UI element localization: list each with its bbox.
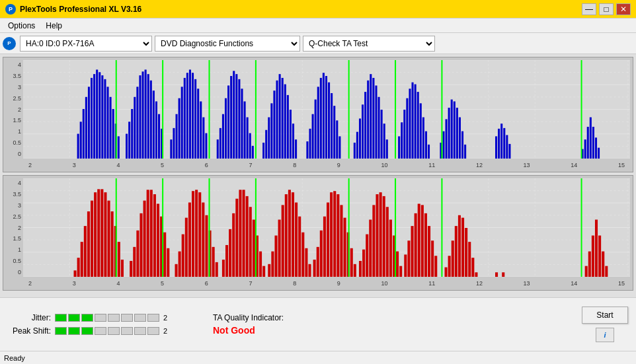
svg-rect-265 <box>350 248 353 277</box>
menu-help[interactable]: Help <box>40 20 67 32</box>
svg-rect-228 <box>225 245 228 277</box>
svg-rect-39 <box>126 134 128 159</box>
svg-rect-111 <box>354 143 356 159</box>
svg-rect-245 <box>282 205 284 277</box>
top-chart-x-axis: 2 3 4 5 6 7 8 9 10 11 12 13 14 15 <box>23 159 630 172</box>
svg-rect-197 <box>118 242 120 277</box>
svg-rect-202 <box>136 231 139 277</box>
charts-area: 4 3.5 3 2.5 2 1.5 1 0.5 0 <box>0 54 636 297</box>
svg-rect-28 <box>93 74 95 159</box>
svg-rect-206 <box>150 190 153 277</box>
svg-rect-113 <box>359 118 361 159</box>
bottom-chart-svg <box>23 178 630 277</box>
svg-rect-120 <box>378 97 380 159</box>
svg-rect-253 <box>308 264 311 277</box>
svg-rect-268 <box>359 261 362 277</box>
svg-rect-33 <box>106 87 108 159</box>
drive-select[interactable]: HA:0 ID:0 PX-716A <box>20 36 152 52</box>
title-bar: P PlexTools Professional XL V3.16 — □ ✕ <box>0 0 636 18</box>
svg-rect-290 <box>434 256 437 277</box>
svg-rect-285 <box>418 203 420 277</box>
svg-rect-297 <box>461 218 464 277</box>
svg-rect-200 <box>130 261 132 277</box>
svg-rect-256 <box>320 231 323 277</box>
svg-rect-121 <box>381 110 383 159</box>
svg-rect-49 <box>153 91 155 159</box>
svg-rect-270 <box>366 235 368 277</box>
svg-rect-145 <box>461 131 463 159</box>
svg-rect-37 <box>118 136 120 159</box>
svg-rect-280 <box>399 266 402 277</box>
close-button[interactable]: ✕ <box>616 3 631 15</box>
menu-options[interactable]: Options <box>3 20 40 32</box>
svg-rect-210 <box>163 233 166 277</box>
svg-rect-218 <box>192 191 194 277</box>
function-select[interactable]: DVD Diagnostic Functions <box>155 36 300 52</box>
svg-rect-70 <box>219 128 221 159</box>
svg-rect-310 <box>602 252 604 277</box>
peakshift-label: Peak Shift: <box>8 326 51 336</box>
svg-rect-190 <box>94 192 97 277</box>
svg-rect-86 <box>268 118 270 159</box>
svg-rect-288 <box>428 226 430 277</box>
test-select[interactable]: Q-Check TA Test <box>303 36 435 52</box>
svg-rect-88 <box>273 91 275 159</box>
svg-rect-269 <box>362 250 365 277</box>
svg-rect-131 <box>417 92 419 159</box>
svg-rect-160 <box>598 148 600 159</box>
svg-rect-64 <box>197 89 199 159</box>
svg-rect-90 <box>279 74 281 159</box>
svg-rect-135 <box>428 145 430 159</box>
minimize-button[interactable]: — <box>582 3 596 15</box>
svg-rect-191 <box>97 189 100 277</box>
svg-rect-282 <box>407 240 410 277</box>
svg-rect-125 <box>401 122 403 159</box>
svg-rect-304 <box>502 272 504 277</box>
svg-rect-258 <box>327 203 329 277</box>
svg-rect-279 <box>396 252 399 277</box>
svg-rect-82 <box>252 146 254 159</box>
top-chart-inner <box>23 60 630 159</box>
svg-rect-102 <box>320 78 322 159</box>
svg-rect-32 <box>104 79 106 159</box>
svg-rect-139 <box>446 119 448 159</box>
svg-rect-294 <box>452 240 454 277</box>
svg-rect-140 <box>448 108 450 159</box>
svg-rect-271 <box>369 219 372 277</box>
peakshift-seg-3 <box>81 327 93 335</box>
jitter-row: Jitter: 2 <box>8 313 193 322</box>
svg-rect-221 <box>202 203 204 277</box>
status-bar: Ready <box>0 351 636 364</box>
svg-rect-29 <box>96 69 98 159</box>
svg-rect-23 <box>80 122 82 159</box>
svg-rect-100 <box>315 100 317 159</box>
svg-rect-274 <box>379 192 382 277</box>
svg-rect-263 <box>344 218 346 277</box>
window-controls: — □ ✕ <box>582 3 631 15</box>
svg-rect-214 <box>179 252 181 277</box>
svg-rect-141 <box>451 100 453 159</box>
svg-rect-133 <box>422 118 424 159</box>
svg-rect-247 <box>288 190 291 277</box>
svg-rect-275 <box>383 196 385 277</box>
svg-rect-233 <box>243 190 245 277</box>
svg-rect-146 <box>464 145 466 159</box>
svg-rect-95 <box>292 124 294 159</box>
svg-rect-311 <box>605 266 608 277</box>
maximize-button[interactable]: □ <box>599 3 614 15</box>
jitter-seg-7 <box>134 314 146 322</box>
svg-rect-232 <box>239 190 241 277</box>
svg-rect-50 <box>155 101 157 159</box>
jitter-seg-1 <box>55 314 67 322</box>
svg-rect-30 <box>99 72 100 159</box>
svg-rect-187 <box>84 226 87 277</box>
jitter-value: 2 <box>163 314 173 322</box>
peakshift-value: 2 <box>163 327 173 335</box>
svg-rect-260 <box>333 191 336 277</box>
info-button[interactable]: i <box>596 328 614 342</box>
top-chart: 4 3.5 3 2.5 2 1.5 1 0.5 0 <box>3 57 633 172</box>
svg-rect-235 <box>249 207 252 277</box>
svg-rect-104 <box>325 76 327 159</box>
peakshift-progress <box>55 327 159 335</box>
start-button[interactable]: Start <box>582 307 628 324</box>
